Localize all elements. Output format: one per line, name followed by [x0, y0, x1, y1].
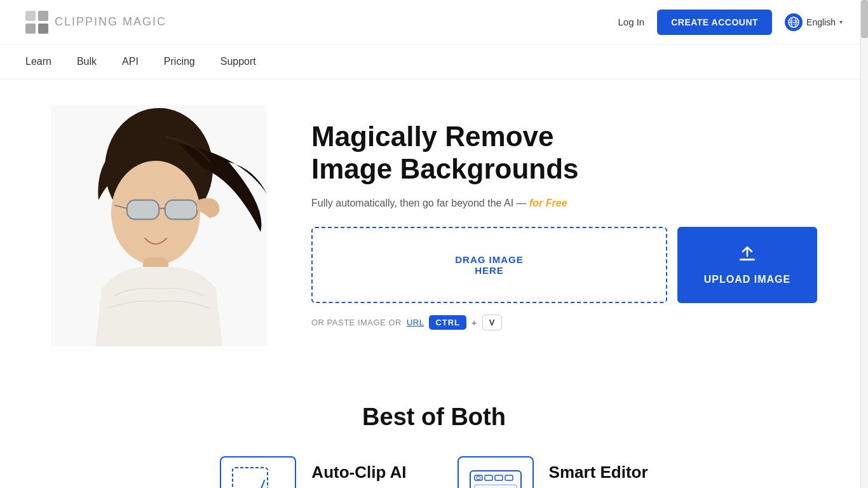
svg-rect-15	[128, 201, 158, 219]
scrollbar-thumb[interactable]	[861, 0, 868, 38]
auto-clip-svg	[229, 464, 287, 489]
paste-url-link[interactable]: URL	[407, 318, 424, 327]
free-text: for Free	[529, 198, 567, 208]
globe-icon	[785, 13, 803, 31]
feature-item-autoclip: Auto-Clip AI	[220, 456, 406, 488]
upload-image-button[interactable]: UPLOAD IMAGE	[677, 227, 817, 303]
nav-item-api[interactable]: API	[122, 52, 139, 71]
svg-rect-33	[475, 485, 517, 489]
drag-zone[interactable]: DRAG IMAGEHERE	[311, 227, 667, 303]
hero-section: Magically Remove Image Backgrounds Fully…	[0, 79, 868, 372]
upload-area: DRAG IMAGEHERE UPLOAD IMAGE	[311, 227, 817, 303]
hero-woman-svg	[51, 105, 267, 346]
hero-content: Magically Remove Image Backgrounds Fully…	[292, 121, 817, 330]
header: CLIPPING MAGIC Log In CREATE ACCOUNT Eng…	[0, 0, 868, 44]
plus-sign: +	[471, 318, 477, 328]
best-section: Best of Both Auto-	[0, 372, 868, 488]
auto-clip-title: Auto-Clip AI	[311, 463, 406, 482]
language-selector[interactable]: English ▾	[785, 13, 843, 31]
login-link[interactable]: Log In	[618, 17, 644, 27]
svg-rect-30	[495, 475, 503, 480]
svg-point-32	[477, 476, 480, 480]
feature-item-smarteditor: Smart Editor	[458, 456, 648, 488]
svg-rect-1	[38, 11, 48, 21]
svg-rect-20	[740, 259, 755, 261]
smart-editor-title: Smart Editor	[549, 463, 648, 482]
drag-zone-text: DRAG IMAGEHERE	[455, 254, 524, 276]
hero-image	[51, 105, 267, 346]
svg-rect-16	[166, 201, 196, 219]
hero-subtitle: Fully automatically, then go far beyond …	[311, 198, 817, 209]
nav-item-bulk[interactable]: Bulk	[77, 52, 97, 71]
svg-rect-0	[25, 11, 36, 21]
kbd-ctrl: CTRL	[429, 315, 466, 330]
logo[interactable]: CLIPPING MAGIC	[25, 11, 166, 34]
hero-title: Magically Remove Image Backgrounds	[311, 121, 817, 185]
feature-text-smarteditor: Smart Editor	[549, 456, 648, 482]
language-label: English	[806, 17, 836, 27]
paste-area: OR PASTE IMAGE OR URL CTRL + V	[311, 315, 817, 330]
auto-clip-icon-box	[220, 456, 296, 488]
nav-item-support[interactable]: Support	[220, 52, 256, 71]
nav-item-learn[interactable]: Learn	[25, 52, 51, 71]
upload-arrow-icon	[737, 245, 757, 268]
globe-svg	[788, 17, 799, 28]
paste-prefix-text: OR PASTE IMAGE OR	[311, 318, 402, 327]
main-nav: Learn Bulk API Pricing Support	[0, 44, 868, 79]
create-account-button[interactable]: CREATE ACCOUNT	[657, 10, 772, 35]
chevron-down-icon: ▾	[839, 18, 843, 25]
best-section-title: Best of Both	[25, 403, 843, 431]
logo-text: CLIPPING MAGIC	[55, 15, 166, 29]
scrollbar-track[interactable]	[860, 0, 868, 488]
upload-image-label: UPLOAD IMAGE	[704, 274, 790, 285]
kbd-v: V	[482, 315, 503, 330]
nav-item-pricing[interactable]: Pricing	[164, 52, 195, 71]
feature-text-autoclip: Auto-Clip AI	[311, 456, 406, 482]
smart-editor-svg	[467, 464, 524, 489]
smart-editor-icon-box	[458, 456, 534, 488]
header-right: Log In CREATE ACCOUNT English ▾	[618, 10, 843, 35]
features-row: Auto-Clip AI	[25, 456, 843, 488]
hero-image-wrap	[38, 105, 280, 346]
logo-icon	[25, 11, 48, 34]
svg-rect-3	[38, 24, 48, 34]
svg-rect-2	[25, 24, 36, 34]
svg-rect-31	[505, 475, 513, 480]
svg-rect-29	[485, 475, 492, 480]
